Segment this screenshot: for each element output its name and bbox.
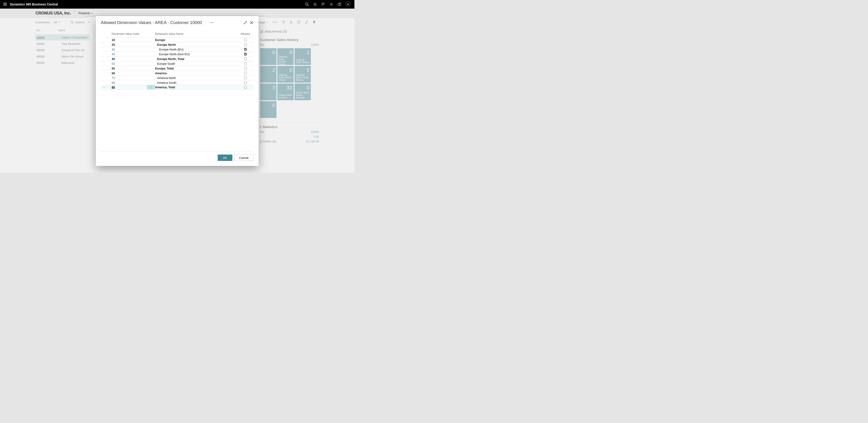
dimension-value-row[interactable]: 10 Europe xyxy=(101,37,254,42)
dimension-value-row[interactable]: 55 Europe, Total xyxy=(101,66,254,70)
kpi-tile[interactable]: 2Ongoing Sales Orders xyxy=(294,48,311,65)
stat-orders-value[interactable]: 20,196.08 xyxy=(306,140,319,143)
kpi-tile[interactable]: 3 xyxy=(260,84,276,100)
kpi-tile[interactable]: 0Ongoing Sales Credit Memos xyxy=(294,66,311,83)
dimension-code[interactable]: 45 xyxy=(112,57,115,61)
col-dimension-name[interactable]: Dimension Value Name xyxy=(155,32,236,35)
kpi-tile[interactable]: 0Ongoing Sales Return Orders xyxy=(277,66,293,83)
dialog-expand-icon[interactable] xyxy=(243,21,247,25)
svg-point-15 xyxy=(71,21,73,23)
dimension-value-row[interactable]: 50 Europe South xyxy=(101,61,254,66)
allowed-checkbox[interactable] xyxy=(244,53,247,55)
col-name[interactable]: Name xyxy=(58,29,65,32)
help-icon[interactable] xyxy=(336,0,344,8)
search-icon[interactable] xyxy=(303,0,311,8)
allowed-checkbox[interactable] xyxy=(244,38,247,41)
cancel-button[interactable]: Cancel xyxy=(234,154,254,161)
allowed-checkbox[interactable] xyxy=(244,43,247,46)
kpi-tile[interactable]: 0 xyxy=(260,48,276,65)
customer-row[interactable]: 30000 School of Fine Art xyxy=(35,47,90,53)
dialog-close-icon[interactable] xyxy=(250,21,254,25)
stat-no-value[interactable]: 10000 xyxy=(311,130,319,134)
dimension-value-row[interactable]: → 85 ⋮ America, Total xyxy=(101,85,254,90)
dimension-code[interactable]: 40 xyxy=(112,53,115,56)
app-launcher-icon[interactable] xyxy=(2,1,8,8)
row-menu-icon[interactable]: ⋮ xyxy=(147,85,155,89)
dimension-value-row[interactable]: 40 Europe North (Non EU) xyxy=(101,52,254,56)
bookmark-icon[interactable] xyxy=(312,20,316,24)
user-avatar[interactable]: IK xyxy=(345,2,351,7)
allowed-checkbox[interactable] xyxy=(244,48,247,51)
col-no[interactable]: No. xyxy=(36,29,41,32)
allowed-checkbox[interactable] xyxy=(244,57,247,60)
stat-bal-value[interactable]: 0.00 xyxy=(313,135,319,138)
dimension-value-row[interactable]: 30 Europe North (EU) xyxy=(101,47,254,52)
kpi-value: 0 xyxy=(261,50,275,55)
customers-table: No. ↑ Name 10000 ⋮ Adatum Corporation200… xyxy=(35,27,90,66)
customer-row[interactable]: 10000 ⋮ Adatum Corporation xyxy=(35,34,90,40)
dimension-name: Europe North xyxy=(157,43,176,47)
dimension-code[interactable]: 70 xyxy=(112,76,115,80)
customer-no: 30000 xyxy=(36,49,44,52)
list-icon[interactable] xyxy=(289,20,293,24)
company-name[interactable]: CRONUS USA, Inc. xyxy=(35,11,71,16)
search-icon xyxy=(70,20,74,24)
customers-new[interactable]: + xyxy=(88,20,90,25)
col-dimension-code[interactable]: Dimension Value Code xyxy=(106,32,147,35)
dimension-code[interactable]: 50 xyxy=(112,62,115,65)
kpi-tile[interactable]: 2 xyxy=(260,66,276,83)
flag-icon[interactable] xyxy=(319,0,327,8)
customers-search[interactable]: Search xyxy=(70,20,85,24)
dimension-value-row[interactable]: 20 Europe North xyxy=(101,42,254,47)
bell-icon[interactable] xyxy=(311,0,319,8)
dimension-code[interactable]: 60 xyxy=(112,72,115,75)
dimension-code[interactable]: 80 xyxy=(112,81,115,84)
customer-no: 10000 xyxy=(36,36,44,39)
dimension-code[interactable]: 20 xyxy=(112,43,115,47)
svg-point-22 xyxy=(299,21,299,22)
svg-point-9 xyxy=(306,3,308,5)
kpi-tile[interactable]: 0Ongoing Sales Blanket Orders xyxy=(277,48,293,65)
allowed-checkbox[interactable] xyxy=(244,77,247,79)
allowed-checkbox[interactable] xyxy=(244,72,247,75)
customer-row[interactable]: 20000 Trey Research xyxy=(35,40,90,47)
dimension-value-row[interactable]: 80 America South xyxy=(101,80,254,85)
customer-row[interactable]: 40000 Alpine Ski House xyxy=(35,53,90,59)
dimension-code[interactable]: 10 xyxy=(112,38,115,41)
dimension-value-row[interactable]: 45 Europe North, Total xyxy=(101,56,254,61)
nav-finance[interactable]: Finance xyxy=(79,11,93,15)
sales-history-title: Customer Sales History xyxy=(260,38,319,41)
allowed-checkbox[interactable] xyxy=(244,86,247,89)
filter-icon[interactable] xyxy=(282,20,285,24)
allowed-checkbox[interactable] xyxy=(244,81,247,84)
info-icon[interactable] xyxy=(297,20,301,24)
allowed-checkbox[interactable] xyxy=(244,62,247,65)
dimension-name: America North xyxy=(157,76,176,80)
kpi-tile[interactable]: 0Posted Sales Return Receipts xyxy=(294,84,311,100)
svg-rect-2 xyxy=(6,3,6,3)
dimension-value-row[interactable]: 60 America xyxy=(101,70,254,75)
dimension-value-row[interactable]: 70 America North xyxy=(101,75,254,80)
customer-no: 40000 xyxy=(36,55,44,58)
attachments-tab[interactable]: Attachments (0) xyxy=(260,30,287,33)
customers-label: Customers: xyxy=(35,21,51,24)
customer-row[interactable]: 50000 Relecloud xyxy=(35,59,90,66)
dimension-name: Europe North (EU) xyxy=(159,48,184,51)
ok-button[interactable]: OK xyxy=(218,154,232,161)
more-icon[interactable]: ••• xyxy=(272,20,278,24)
kpi-tile[interactable]: 0 xyxy=(260,101,276,118)
customer-no-value[interactable]: 10000 xyxy=(311,43,319,47)
dialog-more-icon[interactable]: ••• xyxy=(209,21,214,24)
fullscreen-icon[interactable] xyxy=(305,20,308,24)
col-allowed[interactable]: Allowed xyxy=(236,32,254,35)
dimension-name: Europe xyxy=(155,38,165,41)
customers-filter[interactable]: All xyxy=(54,21,60,24)
dimension-code[interactable]: 55 xyxy=(112,67,115,70)
dimension-code[interactable]: 30 xyxy=(112,48,115,51)
gear-icon[interactable] xyxy=(327,0,336,8)
allowed-checkbox[interactable] xyxy=(244,67,247,70)
customer-no: 20000 xyxy=(36,42,44,46)
row-menu-icon[interactable]: ⋮ xyxy=(57,36,60,39)
kpi-tile[interactable]: 33Posted Sales Invoices xyxy=(277,84,293,100)
dimension-code[interactable]: 85 xyxy=(112,86,115,89)
